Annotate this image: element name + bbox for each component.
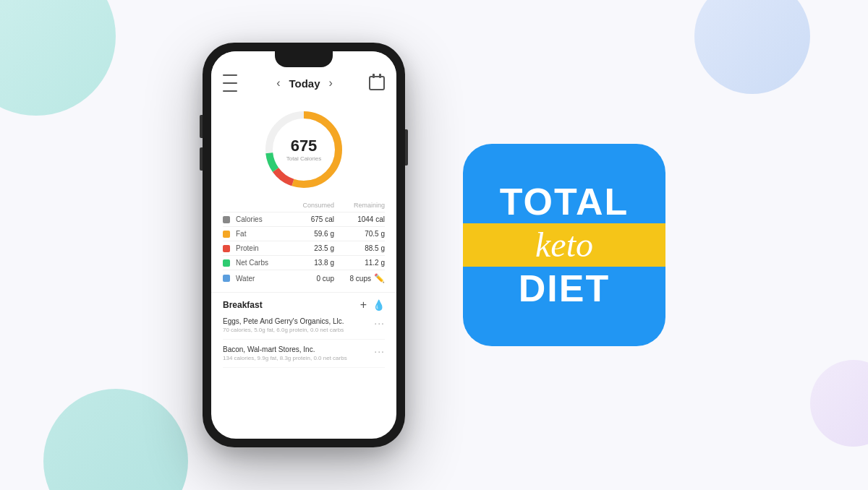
food-macros-eggs: 70 calories, 5.0g fat, 6.0g protein, 0.0… [223,327,368,333]
carbs-dot [223,259,230,267]
food-info-eggs: Eggs, Pete And Gerry's Organics, Llc. 70… [223,317,368,333]
nutrition-row-fat: Fat 59.6 g 70.5 g [223,226,385,241]
nutrition-table-header: Consumed Remaining [223,202,385,209]
food-item-eggs: Eggs, Pete And Gerry's Organics, Llc. 70… [223,317,385,340]
total-calories-value: 675 [286,138,321,154]
protein-consumed: 23.5 g [284,244,334,252]
calorie-donut-chart: 675 Total Calories [211,98,396,199]
food-more-eggs-button[interactable]: ··· [368,317,385,329]
hamburger-line-2 [223,82,237,84]
phone-notch [275,51,333,67]
nutrition-row-protein: Protein 23.5 g 88.5 g [223,241,385,255]
phone-body: ‹ Today › [203,43,405,447]
consumed-header: Consumed [284,202,334,209]
total-calories-label: Total Calories [286,155,321,162]
water-label: Water [236,275,284,283]
food-macros-bacon: 134 calories, 9.9g fat, 8.3g protein, 0.… [223,355,368,361]
hamburger-line-3 [223,90,237,92]
carbs-consumed: 13.8 g [284,259,334,267]
breakfast-water-icon[interactable]: 💧 [373,299,385,311]
calories-remaining: 1044 cal [334,215,385,223]
main-layout: ‹ Today › [0,0,868,490]
fat-label: Fat [236,230,284,238]
logo-diet-text: DIET [519,270,610,307]
food-item-bacon: Bacon, Wal-mart Stores, Inc. 134 calorie… [223,345,385,368]
app-screen: ‹ Today › [211,51,396,439]
fat-dot [223,231,230,238]
nutrition-row-carbs: Net Carbs 13.8 g 11.2 g [223,255,385,270]
breakfast-add-button[interactable]: + [360,298,367,311]
current-date-label: Today [289,77,320,90]
phone-button-vol-up [200,115,203,138]
nutrition-table: Consumed Remaining Calories 675 cal 1044… [211,199,396,292]
donut-center-text: 675 Total Calories [286,138,321,162]
carbs-label: Net Carbs [236,259,284,267]
hamburger-menu-button[interactable] [223,74,240,92]
water-remaining: 8 cups ✏️ [334,273,385,283]
phone-button-vol-down [200,147,203,171]
food-info-bacon: Bacon, Wal-mart Stores, Inc. 134 calorie… [223,345,368,361]
date-navigation: ‹ Today › [276,77,333,90]
water-remaining-value: 8 cups [350,275,371,283]
logo-total-text: TOTAL [500,183,629,220]
hamburger-line-1 [223,74,237,76]
fat-remaining: 70.5 g [334,230,385,238]
phone-button-power [405,129,408,166]
carbs-remaining: 11.2 g [334,259,385,267]
calories-dot [223,216,230,223]
phone-screen: ‹ Today › [211,51,396,439]
breakfast-title: Breakfast [223,300,360,310]
calories-label: Calories [236,215,284,223]
protein-remaining: 88.5 g [334,244,385,252]
water-consumed: 0 cup [284,275,334,283]
phone-mockup: ‹ Today › [203,43,405,447]
app-logo: TOTAL keto DIET [463,144,665,346]
donut-wrapper: 675 Total Calories [260,106,347,193]
protein-dot [223,245,230,252]
logo-keto-text: keto [535,228,593,262]
food-name-eggs: Eggs, Pete And Gerry's Organics, Llc. [223,317,368,325]
logo-keto-band: keto [463,223,665,267]
prev-day-button[interactable]: ‹ [276,77,280,90]
protein-label: Protein [236,244,284,252]
water-dot [223,275,230,282]
water-edit-icon[interactable]: ✏️ [374,273,385,283]
breakfast-section: Breakfast + 💧 Eggs, Pete And Gerry's Org… [211,292,396,377]
nutrition-row-calories: Calories 675 cal 1044 cal [223,212,385,226]
logo-section: TOTAL keto DIET [463,144,665,346]
calories-consumed: 675 cal [284,215,334,223]
nutrition-row-water: Water 0 cup 8 cups ✏️ [223,270,385,286]
food-more-bacon-button[interactable]: ··· [368,345,385,357]
next-day-button[interactable]: › [329,77,333,90]
breakfast-header: Breakfast + 💧 [223,298,385,311]
calendar-button[interactable] [369,76,385,90]
remaining-header: Remaining [334,202,385,209]
food-name-bacon: Bacon, Wal-mart Stores, Inc. [223,345,368,353]
fat-consumed: 59.6 g [284,230,334,238]
